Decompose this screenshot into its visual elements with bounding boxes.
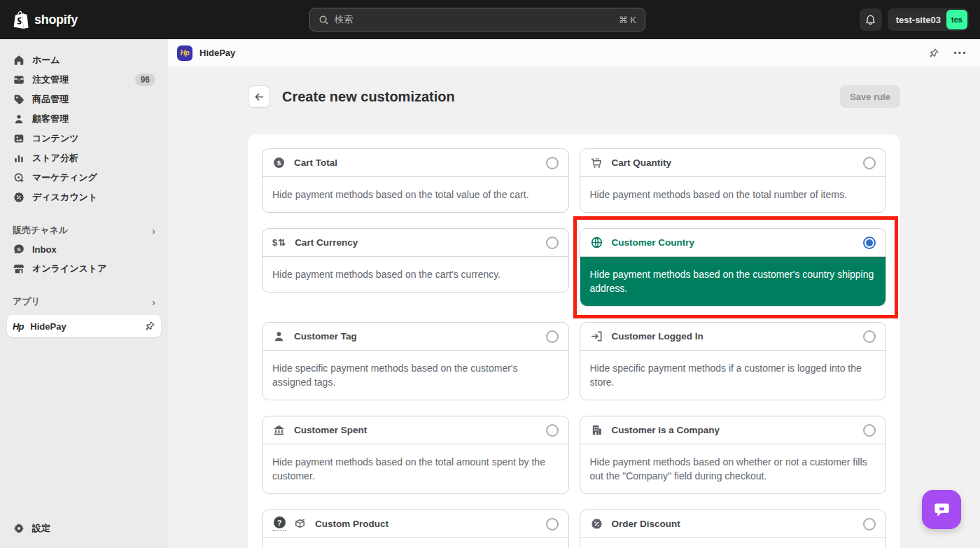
svg-text:S: S (17, 246, 21, 253)
option-card-customer-logged-in[interactable]: Customer Logged In Hide specific payment… (580, 322, 887, 400)
shopify-logo: shopify (0, 10, 155, 29)
home-icon (13, 54, 25, 66)
search-input[interactable]: 検索 ⌘ K (309, 8, 645, 31)
sidebar-section-apps[interactable]: アプリ › (7, 293, 161, 311)
notifications-button[interactable] (860, 8, 882, 31)
option-card-customer-country[interactable]: Customer Country Hide payment methods ba… (580, 228, 887, 307)
options-grid: $ Cart Total Hide payment methods based … (262, 148, 886, 548)
option-description (262, 538, 568, 548)
gear-icon (13, 522, 25, 535)
radio-customer-tag[interactable] (546, 330, 559, 343)
orders-icon (13, 73, 25, 86)
option-description: Hide specific payment methods if a custo… (580, 351, 886, 400)
store-name: test-site03 (896, 15, 941, 25)
brand-wordmark: shopify (34, 13, 78, 27)
sidebar-section-sales-channels[interactable]: 販売チャネル › (7, 221, 161, 239)
chat-bubble-icon (932, 500, 951, 519)
sidebar-item-label: マーケティング (32, 171, 97, 184)
radio-customer-country[interactable] (863, 237, 876, 249)
option-card-order-discount[interactable]: Order Discount (580, 510, 887, 548)
radio-custom-product[interactable] (546, 518, 559, 531)
option-description: Hide payment methods based on the total … (262, 177, 568, 212)
sidebar-item-label: 注文管理 (32, 73, 69, 86)
option-card-custom-product[interactable]: ? Custom Product (262, 510, 569, 548)
sidebar-item-marketing[interactable]: マーケティング (7, 168, 161, 188)
option-card-customer-tag[interactable]: Customer Tag Hide specific payment metho… (262, 322, 569, 400)
sidebar-item-settings[interactable]: 設定 (7, 519, 161, 538)
option-description: Hide payment methods based on the cart's… (262, 257, 568, 292)
sidebar-item-customers[interactable]: 顧客管理 (7, 109, 161, 129)
option-description: Hide payment methods based on the custom… (580, 257, 886, 306)
radio-cart-total[interactable] (546, 157, 559, 169)
chevron-right-icon: › (152, 225, 155, 236)
analytics-icon (13, 152, 25, 164)
save-rule-button[interactable]: Save rule (840, 85, 900, 108)
discounts-icon (13, 191, 25, 204)
person-icon (272, 330, 286, 343)
sidebar-item-label: ディスカウント (32, 191, 97, 204)
sidebar-item-orders[interactable]: 注文管理 96 (7, 70, 161, 90)
radio-customer-company[interactable] (863, 424, 876, 437)
option-title: Cart Currency (295, 237, 358, 248)
radio-cart-quantity[interactable] (863, 157, 876, 169)
bell-icon (864, 14, 876, 26)
option-title: Order Discount (612, 519, 680, 529)
sidebar-item-label: コンテンツ (32, 132, 79, 145)
option-card-customer-spent[interactable]: Customer Spent Hide payment methods base… (262, 416, 569, 494)
app-header-bar: Hp HidePay (168, 39, 980, 67)
option-description: Hide payment methods based on the total … (580, 177, 886, 212)
dollar-circle-icon: $ (272, 156, 286, 169)
question-circle-icon[interactable]: ? (272, 517, 286, 531)
back-button[interactable] (248, 85, 270, 108)
customers-icon (13, 113, 25, 125)
sidebar-item-label: ホーム (32, 54, 60, 66)
search-shortcut: ⌘ K (619, 15, 636, 25)
hidepay-app-icon: Hp (177, 45, 192, 61)
option-card-customer-company[interactable]: Customer is a Company Hide payment metho… (580, 416, 887, 494)
sidebar-item-label: HidePay (30, 321, 66, 332)
sidebar-item-label: Inbox (32, 244, 57, 255)
pin-icon[interactable] (144, 321, 155, 332)
option-title: Customer Tag (294, 331, 357, 342)
option-card-cart-quantity[interactable]: Cart Quantity Hide payment methods based… (580, 148, 887, 213)
globe-icon (590, 236, 603, 249)
option-card-cart-currency[interactable]: $⇅ Cart Currency Hide payment methods ba… (262, 228, 569, 293)
shopify-bag-icon (13, 10, 29, 29)
app-title: HidePay (200, 48, 235, 58)
sidebar-item-content[interactable]: コンテンツ (7, 129, 161, 148)
radio-customer-logged-in[interactable] (863, 330, 876, 343)
search-placeholder: 検索 (335, 13, 353, 26)
option-title: Cart Total (294, 157, 337, 168)
bank-icon (272, 423, 286, 437)
page-header: Create new customization Save rule (248, 85, 900, 108)
page-title: Create new customization (282, 89, 455, 105)
sidebar-item-label: ストア分析 (32, 152, 78, 164)
login-icon (590, 330, 603, 343)
store-avatar-badge: tes (946, 10, 967, 29)
option-description: Hide specific payment methods based on t… (262, 351, 568, 400)
sidebar-item-analytics[interactable]: ストア分析 (7, 148, 161, 168)
product-arrow-icon (293, 517, 307, 531)
account-menu[interactable]: test-site03 tes (888, 8, 969, 31)
option-title: Customer Spent (294, 425, 367, 435)
radio-order-discount[interactable] (863, 518, 876, 531)
arrow-left-icon (253, 91, 265, 103)
radio-customer-spent[interactable] (546, 424, 559, 437)
sidebar-item-products[interactable]: 商品管理 (7, 90, 161, 109)
sidebar-item-online-store[interactable]: オンラインストア (7, 259, 161, 279)
sidebar-item-inbox[interactable]: S Inbox (7, 239, 161, 259)
ellipsis-icon (953, 51, 966, 55)
sidebar-item-home[interactable]: ホーム (7, 50, 161, 70)
chat-support-button[interactable] (922, 490, 961, 529)
option-card-cart-total[interactable]: $ Cart Total Hide payment methods based … (262, 148, 569, 213)
sidebar-item-discounts[interactable]: ディスカウント (7, 188, 161, 207)
content-icon (13, 132, 25, 145)
pin-app-button[interactable] (928, 48, 939, 59)
option-title: Custom Product (315, 519, 388, 529)
radio-cart-currency[interactable] (546, 237, 559, 249)
option-description: Hide payment methods based on whether or… (580, 444, 886, 493)
sidebar-item-hidepay[interactable]: Hp HidePay (7, 315, 161, 337)
option-description: Hide payment methods based on the total … (262, 444, 568, 493)
svg-text:$: $ (277, 159, 281, 167)
more-options-button[interactable] (953, 51, 966, 55)
